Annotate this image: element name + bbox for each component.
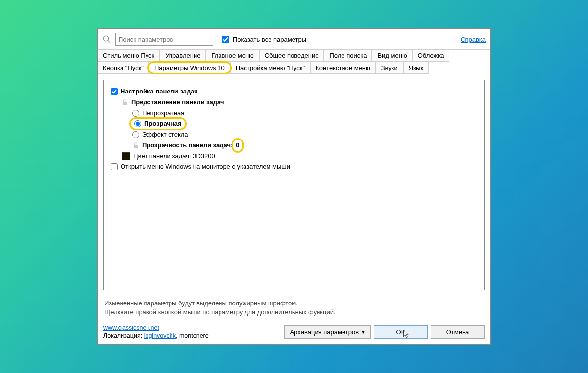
tab-controls[interactable]: Управление xyxy=(160,50,206,62)
archive-params-button[interactable]: Архивация параметров ▼ xyxy=(284,325,371,339)
color-label: Цвет панели задач: 3D3200 xyxy=(133,151,215,162)
transparent-row[interactable]: Прозрачная xyxy=(111,118,477,129)
opaque-radio[interactable] xyxy=(132,110,139,117)
hint-text: Измененные параметры будут выделены полу… xyxy=(98,296,490,322)
tab-start-menu-style[interactable]: Стиль меню Пуск xyxy=(98,50,160,62)
cancel-button[interactable]: Отмена xyxy=(431,325,485,339)
dropdown-arrow-icon: ▼ xyxy=(361,329,366,335)
svg-rect-3 xyxy=(134,145,138,148)
glass-row[interactable]: Эффект стекла xyxy=(111,129,477,140)
localization-link[interactable]: loginvovchk xyxy=(144,332,176,339)
archive-params-label: Архивация параметров xyxy=(290,328,359,336)
help-link[interactable]: Справка xyxy=(461,36,486,43)
taskbar-settings-checkbox[interactable] xyxy=(111,88,118,95)
taskbar-settings-row[interactable]: Настройка панели задач xyxy=(111,86,477,97)
bottom-left: www.classicshell.net Локализация: loginv… xyxy=(103,325,209,339)
lock-icon xyxy=(132,142,139,149)
show-all-checkbox[interactable] xyxy=(222,36,229,43)
tab-customize-start-menu[interactable]: Настройка меню "Пуск" xyxy=(230,62,310,74)
tab-context-menu[interactable]: Контекстное меню xyxy=(310,62,376,74)
ok-label: OK xyxy=(396,328,406,336)
ok-button[interactable]: OK xyxy=(374,325,428,339)
tab-main-menu[interactable]: Главное меню xyxy=(206,50,259,62)
svg-rect-2 xyxy=(123,102,127,105)
opacity-value: 0 xyxy=(236,140,239,151)
opacity-row[interactable]: Прозрачность панели задач: 0 xyxy=(111,140,477,151)
tab-windows-10-settings[interactable]: Параметры Windows 10 xyxy=(149,62,230,74)
open-on-mouse-monitor-checkbox[interactable] xyxy=(111,163,118,170)
settings-dialog: Показать все параметры Справка Стиль мен… xyxy=(97,28,491,345)
content-area: Настройка панели задач Представление пан… xyxy=(103,80,485,290)
localization-suffix: , montonero xyxy=(176,332,209,339)
svg-line-1 xyxy=(108,40,110,43)
tab-skin[interactable]: Обложка xyxy=(413,50,450,62)
bottom-bar: www.classicshell.net Локализация: loginv… xyxy=(98,322,490,344)
website-link[interactable]: www.classicshell.net xyxy=(103,325,159,331)
tabs-row-1: Стиль меню Пуск Управление Главное меню … xyxy=(98,49,490,62)
tabs-row-2: Кнопка "Пуск" Параметры Windows 10 Настр… xyxy=(98,62,490,74)
lock-icon xyxy=(122,99,128,106)
tab-general-behavior[interactable]: Общее поведение xyxy=(259,50,324,62)
search-icon xyxy=(102,35,111,44)
tab-language[interactable]: Язык xyxy=(403,62,429,74)
tab-start-button[interactable]: Кнопка "Пуск" xyxy=(98,62,149,74)
color-swatch[interactable] xyxy=(122,152,130,160)
opacity-label: Прозрачность панели задач: xyxy=(142,140,233,151)
taskbar-appearance-label: Представление панели задач xyxy=(131,97,224,108)
color-row[interactable]: Цвет панели задач: 3D3200 xyxy=(111,151,477,162)
transparent-label: Прозрачная xyxy=(144,118,182,129)
transparent-radio[interactable] xyxy=(134,120,141,127)
open-on-mouse-monitor-label: Открыть меню Windows на мониторе с указа… xyxy=(121,162,290,172)
show-all-text: Показать все параметры xyxy=(233,36,306,43)
bottom-right: Архивация параметров ▼ OK Отмена xyxy=(284,325,485,339)
top-bar: Показать все параметры Справка xyxy=(98,29,490,49)
glass-radio[interactable] xyxy=(132,131,139,138)
svg-point-0 xyxy=(103,36,109,41)
hint-line-2: Щелкните правой кнопкой мыши по параметр… xyxy=(104,308,484,317)
localization-prefix: Локализация: xyxy=(103,332,144,339)
taskbar-settings-label: Настройка панели задач xyxy=(121,86,198,97)
tab-sounds[interactable]: Звуки xyxy=(376,62,403,74)
tab-search-box[interactable]: Поле поиска xyxy=(324,50,372,62)
opaque-label: Непрозрачная xyxy=(142,108,184,118)
show-all-checkbox-label[interactable]: Показать все параметры xyxy=(220,34,306,45)
tab-menu-look[interactable]: Вид меню xyxy=(372,50,412,62)
search-input[interactable] xyxy=(115,33,213,46)
opaque-row[interactable]: Непрозрачная xyxy=(111,108,477,118)
open-on-mouse-monitor-row[interactable]: Открыть меню Windows на мониторе с указа… xyxy=(111,162,477,172)
glass-label: Эффект стекла xyxy=(142,129,188,140)
taskbar-appearance-row[interactable]: Представление панели задач xyxy=(111,97,477,108)
hint-line-1: Измененные параметры будут выделены полу… xyxy=(104,299,484,308)
